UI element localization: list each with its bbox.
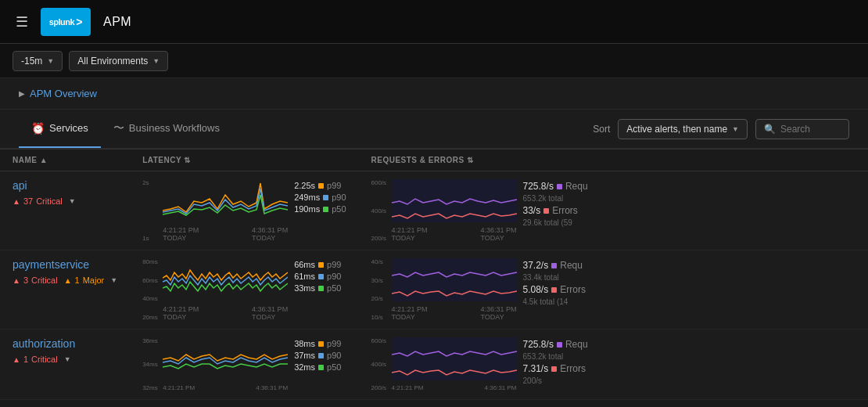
- latency-sparkline-payment: [163, 258, 288, 301]
- req-stats-api: 725.8/s Requ 653.2k total 33/s Errors: [523, 179, 588, 227]
- hamburger-button[interactable]: ☰: [13, 10, 31, 34]
- services-tab-icon: ⏰: [31, 122, 45, 135]
- requests-chart-authorization: 600/s 400/s 200/s: [371, 337, 517, 391]
- requests-time-labels: 4:21:21 PM 4:36:31 PM: [392, 384, 517, 391]
- req-stats-authorization: 725.8/s Requ 653.2k total 7.31/s Errors: [523, 337, 588, 385]
- col-header-requests[interactable]: REQUESTS & ERRORS ⇅: [359, 149, 868, 171]
- p99-dot: [318, 341, 324, 347]
- latency-chart-api: 2s 1s 4:: [142, 179, 288, 242]
- requests-time-labels: 4:21:21 PMTODAY 4:36:31 PMTODAY: [392, 226, 517, 242]
- col-header-name[interactable]: NAME ▲: [0, 149, 130, 171]
- table-header: NAME ▲ LATENCY ⇅ REQUESTS & ERRORS ⇅: [0, 149, 868, 171]
- tab-services[interactable]: ⏰ Services: [19, 110, 101, 148]
- latency-time-labels: 4:21:21 PMTODAY 4:36:31 PMTODAY: [163, 226, 288, 242]
- requests-sparkline-authorization: [392, 337, 517, 380]
- sub-header: -15m ▼ All Environments ▼: [0, 44, 868, 78]
- latency-time-labels: 4:21:21 PM 4:36:31 PM: [163, 384, 288, 391]
- p99-dot: [318, 262, 324, 268]
- requests-chart-api: 600/s 400/s 200/s: [371, 179, 517, 242]
- app-title: APM: [103, 15, 131, 29]
- req-dot: [557, 342, 562, 348]
- p90-dot: [323, 195, 328, 200]
- alert-dropdown-icon[interactable]: ▼: [69, 197, 76, 205]
- req-stats-payment: 37.2/s Requ 33.4k total 5.08/s Errors: [523, 258, 586, 306]
- service-name-authorization[interactable]: authorization: [13, 337, 117, 350]
- service-name-cell: authorization ▲ 1 Critical ▼: [0, 330, 130, 400]
- search-icon: 🔍: [764, 124, 776, 135]
- chevron-down-icon: ▼: [732, 125, 739, 133]
- latency-stats-authorization: 38ms p99 37ms p90 32ms: [294, 337, 341, 372]
- p50-dot: [323, 207, 328, 212]
- top-header: ☰ splunk > APM: [0, 0, 868, 44]
- alerts-row: ▲ 1 Critical ▼: [13, 355, 117, 364]
- requests-sparkline-payment: [392, 258, 517, 301]
- table-body: api ▲ 37 Critical ▼: [0, 171, 868, 400]
- requests-time-labels: 4:21:21 PMTODAY 4:36:31 PMTODAY: [392, 305, 517, 321]
- err-dot: [543, 208, 549, 214]
- apm-overview-link[interactable]: APM Overview: [30, 88, 97, 99]
- latency-time-labels: 4:21:21 PMTODAY 4:36:31 PMTODAY: [163, 305, 288, 321]
- latency-stats-payment: 66ms p99 61ms p90 33ms: [294, 258, 341, 293]
- service-name-api[interactable]: api: [13, 179, 117, 192]
- latency-chart-payment: 80ms 60ms 40ms 20ms: [142, 258, 288, 321]
- latency-cell-api: 2s 1s 4:: [130, 171, 358, 250]
- p90-dot: [318, 353, 324, 358]
- table-row: authorization ▲ 1 Critical ▼: [0, 330, 868, 400]
- sort-area: Sort Active alerts, then name ▼ 🔍: [593, 119, 849, 139]
- triangle-alert-major-icon: ▲: [64, 276, 72, 285]
- time-range-selector[interactable]: -15m ▼: [13, 51, 63, 71]
- alerts-row: ▲ 37 Critical ▼: [13, 196, 117, 206]
- requests-cell-api: 600/s 400/s 200/s: [359, 171, 868, 250]
- alert-critical[interactable]: ▲ 37 Critical: [13, 196, 63, 206]
- table-row: api ▲ 37 Critical ▼: [0, 171, 868, 250]
- req-dot: [551, 263, 557, 268]
- alert-dropdown-icon[interactable]: ▼: [110, 276, 117, 284]
- tabs-bar: ⏰ Services 〜 Business Workflows Sort Act…: [0, 110, 868, 149]
- breadcrumb: ▶ APM Overview: [0, 78, 868, 110]
- chevron-down-icon: ▼: [47, 57, 54, 65]
- svg-rect-1: [392, 258, 517, 301]
- splunk-logo: splunk >: [41, 8, 91, 36]
- requests-cell-payment: 40/s 30/s 20/s 10/s: [359, 250, 868, 330]
- p50-dot: [318, 286, 324, 291]
- latency-chart-authorization: 36ms 34ms 32ms: [142, 337, 288, 391]
- tab-business-workflows[interactable]: 〜 Business Workflows: [101, 110, 232, 148]
- workflows-tab-icon: 〜: [113, 121, 124, 135]
- alert-major[interactable]: ▲ 1 Major: [64, 276, 105, 285]
- alerts-row: ▲ 3 Critical ▲ 1 Major ▼: [13, 276, 117, 285]
- search-input[interactable]: [780, 124, 843, 135]
- sort-dropdown[interactable]: Active alerts, then name ▼: [618, 119, 748, 139]
- environment-selector[interactable]: All Environments ▼: [69, 51, 168, 71]
- p50-dot: [318, 365, 324, 370]
- service-name-payment[interactable]: paymentservice: [13, 258, 117, 271]
- services-table: NAME ▲ LATENCY ⇅ REQUESTS & ERRORS ⇅ api…: [0, 149, 868, 400]
- table-row: paymentservice ▲ 3 Critical ▲ 1 Major ▼: [0, 250, 868, 330]
- err-dot: [551, 287, 557, 293]
- p90-dot: [318, 274, 324, 279]
- requests-cell-authorization: 600/s 400/s 200/s: [359, 330, 868, 400]
- requests-chart-payment: 40/s 30/s 20/s 10/s: [371, 258, 517, 321]
- col-header-latency[interactable]: LATENCY ⇅: [130, 149, 358, 171]
- err-dot: [551, 366, 557, 372]
- p99-dot: [318, 183, 324, 189]
- breadcrumb-expand-icon: ▶: [19, 89, 25, 98]
- search-box[interactable]: 🔍: [755, 119, 849, 139]
- service-name-cell: api ▲ 37 Critical ▼: [0, 171, 130, 250]
- alert-critical[interactable]: ▲ 1 Critical: [13, 355, 58, 364]
- main-content: ▶ APM Overview ⏰ Services 〜 Business Wor…: [0, 78, 868, 400]
- alert-critical[interactable]: ▲ 3 Critical: [13, 276, 58, 285]
- triangle-alert-icon: ▲: [13, 276, 20, 285]
- latency-sparkline-authorization: [163, 337, 288, 380]
- sort-label: Sort: [593, 124, 610, 135]
- svg-rect-2: [392, 337, 517, 380]
- triangle-alert-icon: ▲: [13, 355, 20, 364]
- alert-dropdown-icon[interactable]: ▼: [64, 355, 71, 363]
- service-name-cell: paymentservice ▲ 3 Critical ▲ 1 Major ▼: [0, 250, 130, 330]
- req-dot: [557, 184, 562, 189]
- requests-sparkline-api: [392, 179, 517, 222]
- triangle-alert-icon: ▲: [13, 197, 20, 206]
- chevron-down-icon: ▼: [152, 57, 160, 65]
- latency-cell-authorization: 36ms 34ms 32ms: [130, 330, 358, 400]
- latency-cell-payment: 80ms 60ms 40ms 20ms: [130, 250, 358, 330]
- latency-sparkline-api: [163, 179, 288, 222]
